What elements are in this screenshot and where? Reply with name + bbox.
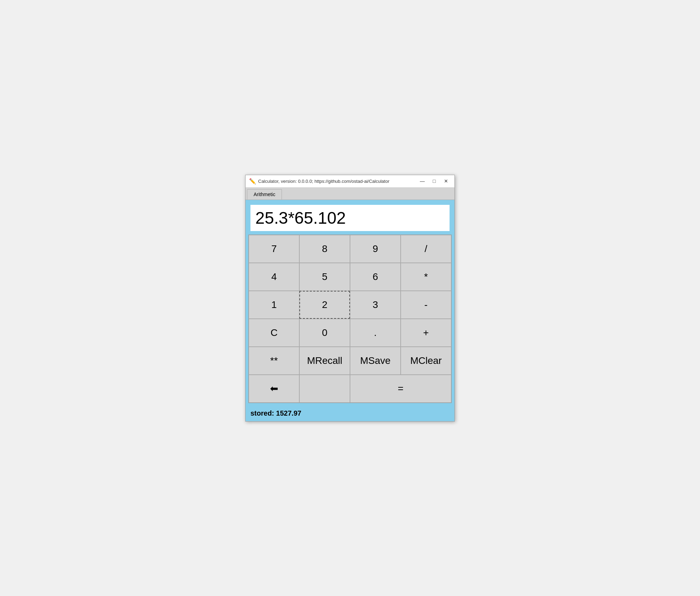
btn-clear[interactable]: C — [249, 319, 299, 347]
btn-7[interactable]: 7 — [249, 235, 299, 263]
btn-divide[interactable]: / — [401, 235, 451, 263]
btn-1[interactable]: 1 — [249, 291, 299, 319]
btn-decimal[interactable]: . — [350, 319, 401, 347]
btn-plus[interactable]: + — [401, 319, 451, 347]
title-bar-controls: — □ ✕ — [417, 177, 451, 185]
btn-power[interactable]: ** — [249, 347, 299, 375]
btn-mclear[interactable]: MClear — [401, 347, 451, 375]
btn-5[interactable]: 5 — [299, 263, 350, 291]
status-bar: stored: 1527.97 — [246, 406, 454, 421]
btn-6[interactable]: 6 — [350, 263, 401, 291]
title-bar-left: ✏️ Calculator, version: 0.0.0.0; https:/… — [249, 178, 389, 184]
display-input[interactable] — [250, 204, 450, 232]
btn-backspace[interactable]: ⬅︎ — [249, 375, 299, 403]
app-icon: ✏️ — [249, 178, 255, 184]
minimize-button[interactable]: — — [417, 177, 427, 185]
btn-multiply[interactable]: * — [401, 263, 451, 291]
empty-cell — [299, 375, 350, 403]
btn-2[interactable]: 2 — [299, 291, 350, 319]
tab-bar: Arithmetic — [246, 188, 454, 200]
btn-9[interactable]: 9 — [350, 235, 401, 263]
btn-msave[interactable]: MSave — [350, 347, 401, 375]
display-area — [248, 203, 452, 233]
calculator-body: 7 8 9 / 4 5 6 * 1 2 3 - C 0 . + ** MReca… — [246, 200, 454, 406]
buttons-grid: 7 8 9 / 4 5 6 * 1 2 3 - C 0 . + ** MReca… — [248, 235, 452, 403]
btn-3[interactable]: 3 — [350, 291, 401, 319]
maximize-button[interactable]: □ — [429, 177, 439, 185]
stored-text: stored: 1527.97 — [250, 409, 301, 417]
tab-arithmetic[interactable]: Arithmetic — [247, 189, 282, 200]
btn-0[interactable]: 0 — [299, 319, 350, 347]
title-bar-text: Calculator, version: 0.0.0.0; https://gi… — [258, 179, 389, 184]
btn-mrecall[interactable]: MRecall — [299, 347, 350, 375]
btn-8[interactable]: 8 — [299, 235, 350, 263]
close-button[interactable]: ✕ — [441, 177, 451, 185]
title-bar: ✏️ Calculator, version: 0.0.0.0; https:/… — [246, 175, 454, 188]
calculator-window: ✏️ Calculator, version: 0.0.0.0; https:/… — [245, 175, 455, 422]
btn-equals[interactable]: = — [350, 375, 451, 403]
btn-minus[interactable]: - — [401, 291, 451, 319]
btn-4[interactable]: 4 — [249, 263, 299, 291]
